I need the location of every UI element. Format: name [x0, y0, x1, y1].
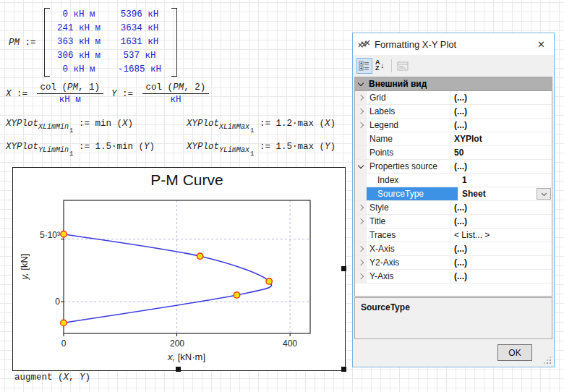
chevron-down-icon[interactable] — [357, 163, 363, 169]
matrix-cell: 537 кН — [108, 49, 171, 63]
property-row-y2-axis[interactable]: Y2-Axis (...) — [355, 256, 552, 270]
y-axis-label: y, [kN] — [19, 245, 30, 289]
matrix-cell: 0 кН м — [50, 8, 108, 22]
matrix-cell: 1631 кН — [108, 35, 171, 49]
property-row-points[interactable]: Points 50 — [355, 146, 552, 160]
matrix-cell: 0 кН м — [50, 63, 108, 77]
y-tick-label: 5·10³ — [24, 230, 60, 240]
chevron-right-icon[interactable] — [357, 108, 363, 114]
chevron-right-icon[interactable] — [357, 246, 363, 252]
matrix-cell: 3634 кН — [108, 22, 171, 35]
property-pages-button — [395, 58, 411, 74]
categorized-view-button[interactable] — [356, 58, 372, 74]
x-tick-label: 0 — [46, 338, 82, 349]
matrix-bracket-right — [171, 8, 177, 77]
xlimmin-definition[interactable]: XYPlotXLimMin1 := min (X) — [6, 119, 133, 135]
alphabetical-sort-button[interactable]: A Z ↓ — [372, 58, 388, 74]
matrix-cell: -1685 кН — [108, 63, 171, 77]
chevron-right-icon[interactable] — [357, 205, 363, 210]
chevron-right-icon[interactable] — [357, 122, 363, 128]
matrix-cell: 241 кН м — [50, 22, 108, 35]
property-row-index[interactable]: Index 1 — [355, 174, 552, 187]
property-row-style[interactable]: Style (...) — [355, 201, 552, 215]
property-row-properties-source[interactable]: Properties source (...) — [355, 160, 552, 174]
plot-region[interactable]: P-M Curve 5·10³ 0 0 200 400 y, [kN] x, [… — [12, 167, 346, 371]
y-tick-label: 0 — [24, 297, 60, 307]
property-row-title[interactable]: Title (...) — [355, 215, 552, 229]
matrix-lhs: PM — [9, 38, 20, 48]
formatting-dialog: Formatting X-Y Plot ✕ A Z ↓ — [352, 33, 555, 367]
matrix-cell: 363 кН м — [50, 35, 108, 49]
property-category-appearance[interactable]: Внешний вид — [355, 77, 552, 91]
description-title: SourceType — [361, 302, 546, 312]
dropdown-button[interactable] — [537, 188, 551, 200]
ylimmin-definition[interactable]: XYPlotYLimMin1 := 1.5·min (Y) — [6, 142, 155, 158]
property-row-grid[interactable]: Grid (...) — [355, 91, 552, 105]
chevron-right-icon[interactable] — [357, 218, 363, 224]
xy-column-definitions[interactable]: X := col (PM, 1) кН м Y := col (PM, 2) к… — [6, 82, 213, 105]
matrix-definition-pm[interactable]: PM := 0 кН м5396 кН 241 кН м3634 кН 363 … — [9, 8, 177, 77]
ylimmax-definition[interactable]: XYPlotYLimMax1 := 1.5·max (Y) — [187, 142, 336, 158]
chevron-down-icon — [541, 190, 546, 195]
assign-operator: := — [117, 89, 139, 99]
x-unit: кН м — [37, 94, 104, 105]
chevron-right-icon[interactable] — [357, 95, 363, 101]
x-tick-label: 200 — [159, 338, 195, 349]
resize-grip[interactable] — [550, 362, 551, 364]
augment-expression[interactable]: augment (X, Y) — [14, 372, 90, 383]
dialog-title: Formatting X-Y Plot — [375, 39, 534, 50]
x-variable: X — [6, 89, 12, 99]
dialog-toolbar: A Z ↓ — [353, 55, 554, 77]
ok-button[interactable]: OK — [497, 344, 532, 361]
y-variable: Y — [111, 89, 117, 99]
toolbar-separator — [391, 59, 392, 72]
x-tick-label: 400 — [272, 338, 308, 349]
assign-operator: := — [20, 38, 41, 48]
assign-operator: := — [12, 89, 33, 99]
property-row-legend[interactable]: Legend (...) — [355, 119, 552, 132]
x-fraction: col (PM, 1) кН м — [37, 82, 104, 105]
matrix-cell: 5396 кН — [108, 8, 171, 22]
sourcetype-value: Sheet — [462, 189, 486, 199]
property-pages-icon — [397, 61, 409, 71]
az-sort-icon: A Z ↓ — [375, 60, 386, 72]
property-row-x-axis[interactable]: X-Axis (...) — [355, 242, 552, 256]
property-row-labels[interactable]: Labels (...) — [355, 105, 552, 119]
y-fraction: col (PM, 2) кН — [142, 82, 210, 105]
x-axis-label: x, [kN·m] — [114, 351, 259, 362]
matrix-cell: 306 кН м — [50, 49, 108, 63]
close-icon[interactable]: ✕ — [534, 39, 548, 50]
property-row-name[interactable]: Name XYPlot — [355, 132, 552, 146]
matrix-bracket-left — [44, 8, 50, 77]
xy-plot-icon — [358, 39, 370, 50]
dialog-titlebar[interactable]: Formatting X-Y Plot ✕ — [353, 33, 554, 55]
chevron-right-icon[interactable] — [357, 273, 363, 279]
y-unit: кН — [142, 94, 210, 105]
categorized-icon — [359, 60, 370, 72]
property-row-sourcetype[interactable]: SourceType Sheet — [355, 187, 552, 201]
property-row-y-axis[interactable]: Y-Axis (...) — [355, 270, 552, 284]
chevron-right-icon[interactable] — [357, 260, 363, 265]
property-row-traces[interactable]: Traces < List... > — [355, 229, 552, 242]
xlimmax-definition[interactable]: XYPlotXLimMax1 := 1.2·max (X) — [187, 119, 336, 135]
resize-handle-bottom[interactable] — [176, 367, 181, 372]
resize-handle-corner[interactable] — [341, 367, 346, 372]
chevron-down-icon — [357, 80, 363, 86]
resize-handle-right[interactable] — [341, 266, 346, 271]
property-description-panel: SourceType — [354, 297, 552, 339]
property-grid: Внешний вид Grid (...) Labels (...) Lege… — [354, 77, 552, 297]
matrix-values: 0 кН м5396 кН 241 кН м3634 кН 363 кН м16… — [50, 8, 171, 77]
category-label: Внешний вид — [366, 77, 427, 90]
